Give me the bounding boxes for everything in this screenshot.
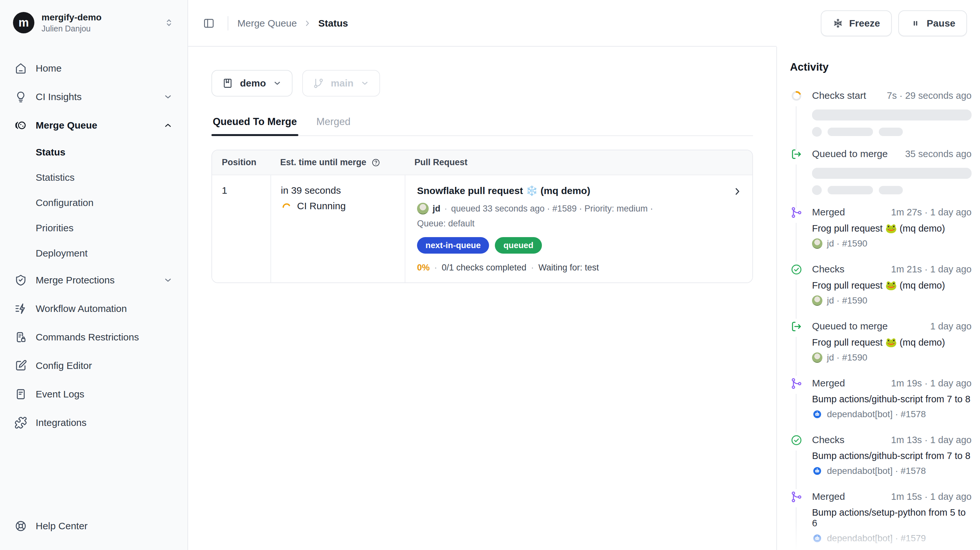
pr-meta-text: queued 33 seconds ago · #1589 · Priority… [451,202,653,216]
activity-item-queued-to-merge: Queued to merge35 seconds ago [790,148,972,195]
activity-pr-title: Bump actions/setup-python from 5 to 6 [812,507,972,529]
sidebar-item-home[interactable]: Home [8,55,180,82]
activity-item-checks[interactable]: Checks1m 21s · 1 day agoFrog pull reques… [790,264,972,306]
life-buoy-icon [14,520,27,533]
topbar: Merge Queue Status Freeze Pause [188,0,980,47]
skeleton-bar [812,109,972,120]
sidebar-item-integrations[interactable]: Integrations [8,409,180,436]
activity-pr-author: dependabot[bot] · #1578 [812,466,972,476]
pr-status: 0% · 0/1 checks completed · Waiting for:… [417,263,725,273]
sidebar-item-label: Integrations [36,417,87,428]
sidebar-item-label: Event Logs [36,389,84,400]
activity-time: 1m 27s · 1 day ago [891,207,972,218]
mergify-logo: m [13,12,34,33]
branch-value: main [331,78,353,89]
activity-item-merged[interactable]: Merged1m 15s · 1 day agoBump actions/set… [790,491,972,544]
eta-text: in 39 seconds [281,185,395,196]
chevron-down-icon [163,275,173,285]
spinner-icon [790,89,803,102]
merge-queue-icon [14,119,27,132]
sidebar-subitem-deployment[interactable]: Deployment [8,241,180,265]
chevron-up-icon [163,120,173,130]
git-merge-icon [790,490,803,503]
org-name: mergify-demo [41,12,102,23]
pause-icon [910,18,921,29]
sidebar-subitem-priorities[interactable]: Priorities [8,216,180,240]
sidebar-subitem-configuration[interactable]: Configuration [8,191,180,215]
skeleton-bar [827,128,873,136]
freeze-label: Freeze [849,18,880,29]
sidebar-item-config-editor[interactable]: Config Editor [8,352,180,379]
tab-merged[interactable]: Merged [315,116,352,135]
sidebar-item-ci-insights[interactable]: CI Insights [8,83,180,111]
badge-queued: queued [495,237,542,254]
content-row: demo main Queued To Merge Merged Po [188,47,980,550]
sidebar-item-label: Merge Protections [36,275,115,286]
pause-icon [910,18,921,29]
pr-queue: Queue: default [417,219,725,229]
snowflake-icon [832,18,843,29]
pr-title[interactable]: Snowflake pull request ❄️ (mq demo) [417,185,725,196]
sidebar-toggle-button[interactable] [199,14,219,33]
cell-position: 1 [212,175,270,282]
activity-list: Checks start7s · 29 seconds agoQueued to… [790,90,972,550]
avatar [812,295,822,306]
sidebar-spacer [8,436,180,512]
shield-check-icon [14,274,27,287]
freeze-button[interactable]: Freeze [821,10,892,36]
repository-icon [222,78,234,89]
activity-pr-title: Bump actions/github-script from 7 to 8 [812,450,972,461]
activity-pr-title: Frog pull request 🐸 (mq demo) [812,337,972,348]
activity-item-queued-to-merge[interactable]: Queued to merge1 day agoFrog pull reques… [790,321,972,363]
activity-pr-author: jd · #1590 [812,295,972,306]
activity-pr-title: Frog pull request 🐸 (mq demo) [812,280,972,291]
activity-item-merged[interactable]: Merged1m 27s · 1 day agoFrog pull reques… [790,207,972,249]
sidebar-subitem-statistics[interactable]: Statistics [8,165,180,190]
chevron-right-icon[interactable] [732,186,743,197]
queue-in-icon [790,320,803,333]
pr-meta: jd · queued 33 seconds ago · #1589 · Pri… [417,202,725,216]
activity-label: Queued to merge [812,321,888,332]
activity-label: Merged [812,491,845,502]
home-icon [14,62,27,75]
check-circle-icon [790,263,803,276]
sidebar-subitem-status[interactable]: Status [8,140,180,164]
activity-label: Checks start [812,90,866,101]
org-switcher[interactable]: m mergify-demo Julien Danjou [8,6,180,39]
checks-completed: 0/1 checks completed [442,263,526,273]
ci-spinner-icon [281,200,292,211]
sidebar-item-merge-queue[interactable]: Merge Queue [8,112,180,139]
cell-est-time: in 39 seconds CI Running [270,175,405,282]
sidebar-item-help-center[interactable]: Help Center [8,512,180,540]
activity-label: Checks [812,434,845,445]
repository-select[interactable]: demo [212,70,293,97]
sidebar-item-commands-restrictions[interactable]: Commands Restrictions [8,323,180,351]
activity-time: 1m 19s · 1 day ago [891,378,972,389]
selector-icon [164,17,175,28]
pause-button[interactable]: Pause [898,10,967,36]
tab-queued-to-merge[interactable]: Queued To Merge [212,116,298,135]
activity-title: Activity [790,61,972,73]
question-icon [371,158,381,168]
activity-item-checks[interactable]: Checks1m 13s · 1 day agoBump actions/git… [790,434,972,476]
breadcrumb-merge-queue[interactable]: Merge Queue [237,18,297,29]
chevron-down-icon [272,78,282,88]
sidebar-item-workflow-automation[interactable]: Workflow Automation [8,295,180,322]
activity-label: Merged [812,378,845,389]
help-icon[interactable] [371,158,381,168]
activity-pr-title: Bump actions/github-script from 7 to 8 [812,394,972,404]
sidebar-item-label: CI Insights [36,91,82,102]
sidebar-item-merge-protections[interactable]: Merge Protections [8,266,180,294]
chevron-down-icon [163,92,173,102]
activity-label: Checks [812,264,845,275]
git-branch-icon [313,78,324,89]
puzzle-icon [14,416,27,429]
activity-item-merged[interactable]: Merged1m 19s · 1 day agoBump actions/git… [790,378,972,420]
sidebar-item-event-logs[interactable]: Event Logs [8,380,180,408]
branch-select[interactable]: main [302,70,380,97]
snowflake-icon [832,18,843,29]
sidebar-nav: HomeCI InsightsMerge QueueStatusStatisti… [8,55,180,436]
progress-percent: 0% [417,263,430,273]
chevron-down-icon [360,78,370,88]
queue-row[interactable]: 1 in 39 seconds CI Running Snowflake pul… [212,174,752,282]
